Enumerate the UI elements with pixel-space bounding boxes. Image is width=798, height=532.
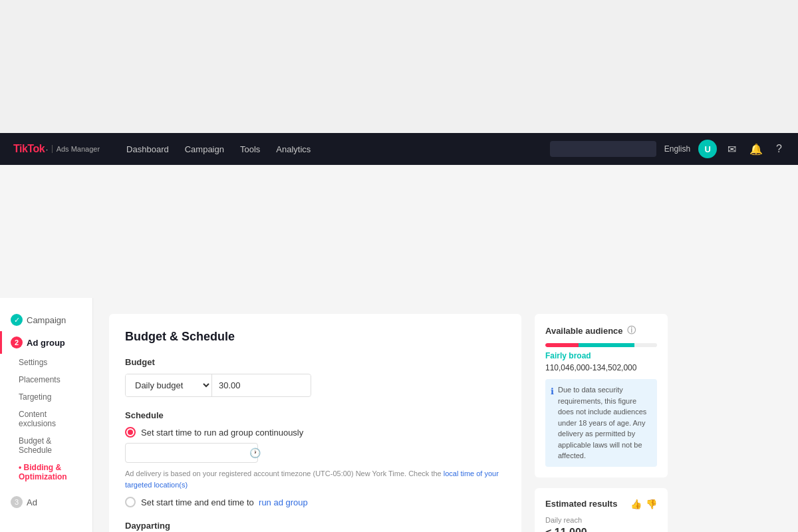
meter-green — [579, 343, 634, 347]
results-header: Estimated results 👍 👎 — [545, 499, 657, 509]
sidebar-adgroup-label: Ad group — [27, 338, 65, 348]
sidebar-item-campaign[interactable]: ✓ Campaign — [0, 309, 92, 331]
radio-end-time — [125, 497, 136, 507]
sidebar-ad-label: Ad — [27, 497, 37, 507]
tiktok-wordmark: TikTok· — [13, 143, 48, 155]
nav-tools[interactable]: Tools — [240, 144, 260, 154]
topnav-right: English U ✉ 🔔 ? — [550, 140, 785, 158]
ads-manager-label: Ads Manager — [52, 145, 100, 153]
thumbs-up-icon[interactable]: 👍 — [630, 499, 642, 509]
schedule-continuous-label: Set start time to run ad group continuou… — [141, 428, 303, 438]
run-ad-group-link[interactable]: run ad group — [259, 497, 308, 507]
radio-continuous — [125, 427, 136, 438]
sidebar-sub-content-exclusions[interactable]: Content exclusions — [0, 406, 92, 432]
main-content: Budget & Schedule Budget Daily budget Li… — [93, 298, 798, 532]
thumbs-down-icon[interactable]: 👎 — [646, 499, 657, 509]
bell-icon[interactable]: 🔔 — [747, 140, 765, 158]
language-label: English — [664, 144, 690, 154]
budget-label: Budget — [125, 357, 505, 367]
audience-card-title: Available audience ⓘ — [545, 325, 657, 336]
timezone-note: Ad delivery is based on your registered … — [125, 468, 505, 490]
feedback-icons: 👍 👎 — [630, 499, 657, 509]
step-num-adgroup: 2 — [11, 336, 23, 348]
results-card: Estimated results 👍 👎 Daily reach < 11,0… — [535, 488, 668, 533]
audience-meter — [545, 343, 657, 347]
right-panel: Available audience ⓘ Fairly broad 110,04… — [535, 314, 668, 532]
schedule-option-end-time[interactable]: Set start time and end time to run ad gr… — [125, 497, 505, 507]
brand-logo: TikTok· Ads Manager — [13, 143, 100, 155]
budget-row: Daily budget Lifetime budget USD — [125, 374, 311, 397]
dayparting-section: Dayparting All day ⓘ Select specific tim… — [125, 521, 505, 532]
schedule-end-time-label: Set start time and end time to run ad gr… — [141, 497, 308, 507]
meter-red — [545, 343, 579, 347]
step-check-campaign: ✓ — [11, 314, 23, 326]
form-panel: Budget & Schedule Budget Daily budget Li… — [109, 314, 521, 532]
nav-campaign[interactable]: Campaign — [185, 144, 224, 154]
audience-info-icon: ⓘ — [627, 325, 636, 336]
results-card-title: Estimated results — [545, 499, 617, 509]
daily-reach-value: < 11,000 — [545, 527, 657, 533]
schedule-option-continuous[interactable]: Set start time to run ad group continuou… — [125, 427, 505, 438]
schedule-section: Schedule Set start time to run ad group … — [125, 410, 505, 507]
budget-type-select[interactable]: Daily budget Lifetime budget — [126, 374, 212, 396]
sidebar-item-ad[interactable]: 3 Ad — [0, 491, 92, 513]
sidebar-sub-targeting[interactable]: Targeting — [0, 388, 92, 406]
audience-status: Fairly broad — [545, 351, 657, 360]
search-input[interactable] — [550, 141, 656, 157]
sidebar-sub-bidding[interactable]: Bidding & Optimization — [0, 459, 92, 485]
daily-reach-label: Daily reach — [545, 516, 657, 524]
avatar[interactable]: U — [698, 140, 717, 158]
form-title: Budget & Schedule — [125, 330, 505, 344]
schedule-label: Schedule — [125, 410, 505, 420]
nav-analytics[interactable]: Analytics — [276, 144, 311, 154]
mail-icon[interactable]: ✉ — [725, 140, 739, 158]
help-icon[interactable]: ? — [773, 140, 785, 158]
sidebar-sub-budget-schedule[interactable]: Budget & Schedule — [0, 432, 92, 459]
step-num-ad: 3 — [11, 496, 23, 508]
sidebar-sub-placements[interactable]: Placements — [0, 371, 92, 388]
sidebar: ✓ Campaign 2 Ad group Settings Placement… — [0, 298, 93, 532]
sidebar-campaign-label: Campaign — [27, 315, 66, 325]
clock-icon: 🕐 — [249, 448, 261, 458]
sidebar-item-adgroup[interactable]: 2 Ad group — [0, 331, 92, 354]
audience-notice: ℹ Due to data security requirements, thi… — [545, 379, 657, 467]
dayparting-label: Dayparting — [125, 521, 505, 531]
audience-card: Available audience ⓘ Fairly broad 110,04… — [535, 314, 668, 477]
nav-dashboard[interactable]: Dashboard — [126, 144, 169, 154]
sidebar-sub-settings[interactable]: Settings — [0, 354, 92, 371]
datetime-input[interactable]: 2023-07-14 04:27 🕐 — [125, 443, 258, 463]
budget-amount-input[interactable] — [212, 375, 311, 396]
notice-info-icon: ℹ — [551, 385, 554, 462]
datetime-value[interactable]: 2023-07-14 04:27 — [132, 448, 244, 458]
audience-range: 110,046,000-134,502,000 — [545, 363, 657, 372]
topnav-links: Dashboard Campaign Tools Analytics — [126, 144, 550, 154]
